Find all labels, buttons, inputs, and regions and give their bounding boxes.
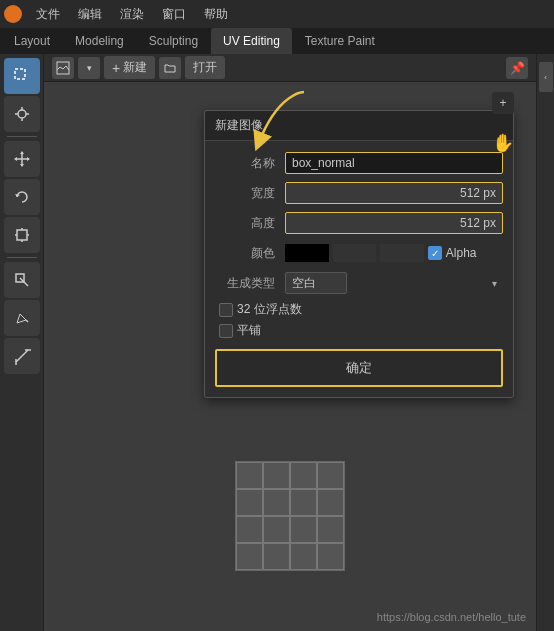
image-selector-button[interactable]	[52, 57, 74, 79]
svg-point-1	[18, 110, 26, 118]
dialog-generate-row: 生成类型 空白 UV网格 颜色网格	[215, 271, 503, 295]
uv-canvas[interactable]: 新建图像 名称 宽度 512 px 高度 512 px	[44, 82, 536, 631]
measure-tool-button[interactable]	[4, 338, 40, 374]
grid-cell	[317, 462, 344, 489]
grid-cell	[317, 516, 344, 543]
grid-cell	[263, 462, 290, 489]
menu-file[interactable]: 文件	[28, 3, 68, 26]
blender-logo	[4, 5, 22, 23]
name-label: 名称	[215, 155, 285, 172]
grid-cell	[290, 489, 317, 516]
svg-marker-11	[27, 157, 30, 161]
height-input[interactable]: 512 px	[285, 212, 503, 234]
grid-cell	[263, 543, 290, 570]
bottom-credit: https://blog.csdn.net/hello_tute	[377, 611, 526, 623]
uv-grid	[235, 461, 345, 571]
new-image-dialog: 新建图像 名称 宽度 512 px 高度 512 px	[204, 110, 514, 398]
svg-marker-10	[14, 157, 17, 161]
tab-layout[interactable]: Layout	[2, 28, 62, 54]
grid-cell	[236, 489, 263, 516]
image-type-button[interactable]: ▾	[78, 57, 100, 79]
sub-toolbar: ▾ + 新建 打开 📌	[44, 54, 536, 82]
grid-cell	[236, 462, 263, 489]
float32-row: 32 位浮点数	[215, 301, 503, 318]
new-label: 新建	[123, 59, 147, 76]
new-image-button[interactable]: + 新建	[104, 56, 155, 79]
tab-bar: Layout Modeling Sculpting UV Editing Tex…	[0, 28, 554, 54]
alpha-checkbox[interactable]: ✓	[428, 246, 442, 260]
tab-modeling[interactable]: Modeling	[63, 28, 136, 54]
generate-select[interactable]: 空白 UV网格 颜色网格	[285, 272, 347, 294]
open-image-button[interactable]: 打开	[185, 56, 225, 79]
tab-sculpting[interactable]: Sculpting	[137, 28, 210, 54]
generate-select-wrapper: 空白 UV网格 颜色网格	[285, 272, 503, 294]
color-r-bar[interactable]	[285, 244, 329, 262]
color-swatch-container: ✓ Alpha	[285, 244, 503, 262]
toolbar-separator-2	[7, 257, 37, 258]
float32-label: 32 位浮点数	[237, 301, 302, 318]
svg-line-21	[16, 350, 28, 362]
open-folder-icon[interactable]	[159, 57, 181, 79]
color-b-bar[interactable]	[380, 244, 424, 262]
dialog-height-row: 高度 512 px	[215, 211, 503, 235]
menu-help[interactable]: 帮助	[196, 3, 236, 26]
uv-grid-inner	[236, 462, 344, 570]
grid-cell	[263, 489, 290, 516]
tiled-row: 平铺	[215, 322, 503, 339]
svg-marker-9	[20, 164, 24, 167]
width-label: 宽度	[215, 185, 285, 202]
width-input[interactable]: 512 px	[285, 182, 503, 204]
transform-tool-button[interactable]	[4, 262, 40, 298]
dialog-name-row: 名称	[215, 151, 503, 175]
color-g-bar[interactable]	[333, 244, 377, 262]
grid-cell	[317, 543, 344, 570]
content-area: ▾ + 新建 打开 📌	[44, 54, 536, 631]
grid-cell	[290, 462, 317, 489]
dialog-title: 新建图像	[205, 111, 513, 141]
move-tool-button[interactable]	[4, 141, 40, 177]
svg-rect-13	[17, 230, 27, 240]
grid-cell	[263, 516, 290, 543]
tab-texture-paint[interactable]: Texture Paint	[293, 28, 387, 54]
annotate-tool-button[interactable]	[4, 300, 40, 336]
zoom-controls: +	[492, 92, 514, 114]
grid-cell	[290, 516, 317, 543]
zoom-in-button[interactable]: +	[492, 92, 514, 114]
grid-cell	[236, 516, 263, 543]
hand-icon: ✋	[492, 132, 514, 154]
sidebar-toggle-button[interactable]: ‹	[539, 62, 553, 92]
scale-tool-button[interactable]	[4, 217, 40, 253]
left-toolbar	[0, 54, 44, 631]
menu-render[interactable]: 渲染	[112, 3, 152, 26]
float32-checkbox[interactable]	[219, 303, 233, 317]
dialog-body: 名称 宽度 512 px 高度 512 px 颜色	[205, 141, 513, 397]
confirm-button[interactable]: 确定	[215, 349, 503, 387]
menu-window[interactable]: 窗口	[154, 3, 194, 26]
name-input[interactable]	[285, 152, 503, 174]
select-tool-button[interactable]	[4, 58, 40, 94]
tab-uv-editing[interactable]: UV Editing	[211, 28, 292, 54]
grid-cell	[317, 489, 344, 516]
height-label: 高度	[215, 215, 285, 232]
pin-button[interactable]: 📌	[506, 57, 528, 79]
hand-tool-area: ✋	[492, 132, 514, 154]
tiled-label: 平铺	[237, 322, 261, 339]
generate-label: 生成类型	[215, 275, 285, 292]
tiled-checkbox[interactable]	[219, 324, 233, 338]
toolbar-separator-1	[7, 136, 37, 137]
right-sidebar: ‹	[536, 54, 554, 631]
alpha-row: ✓ Alpha	[428, 246, 477, 260]
grid-cell	[290, 543, 317, 570]
svg-marker-8	[20, 151, 24, 154]
cursor-tool-button[interactable]	[4, 96, 40, 132]
menu-edit[interactable]: 编辑	[70, 3, 110, 26]
open-label: 打开	[193, 59, 217, 76]
svg-rect-0	[15, 69, 25, 79]
dialog-width-row: 宽度 512 px	[215, 181, 503, 205]
rotate-tool-button[interactable]	[4, 179, 40, 215]
dialog-color-row: 颜色 ✓ Alpha	[215, 241, 503, 265]
svg-line-20	[26, 320, 28, 322]
color-label: 颜色	[215, 245, 285, 262]
top-menu-bar: 文件 编辑 渲染 窗口 帮助	[0, 0, 554, 28]
grid-cell	[236, 543, 263, 570]
